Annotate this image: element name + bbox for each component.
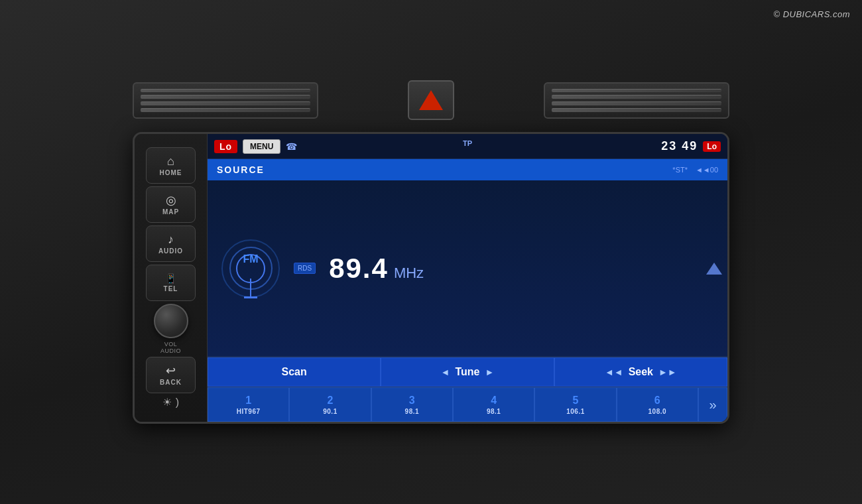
frequency-unit: MHz	[394, 265, 424, 282]
controls-row: Scan ◄ Tune ► ◄◄ Seek ►►	[208, 357, 727, 387]
tp-label: TP	[463, 139, 472, 147]
vent-slat	[141, 101, 310, 105]
vent-slat	[552, 108, 721, 112]
infotainment-screen: Lo MENU TP ☎ 23 49 Lo SOURCE *ST* ◄◄00	[208, 134, 727, 422]
tune-left-icon: ◄	[441, 367, 450, 377]
rds-badge: RDS	[294, 263, 316, 274]
audio-button[interactable]: ♪ AUDIO	[146, 225, 196, 262]
home-label: HOME	[160, 169, 182, 176]
presets-next-button[interactable]: »	[698, 387, 727, 422]
tel-label: TEL	[164, 285, 178, 292]
preset-6-label: 108.0	[648, 408, 667, 415]
preset-5-button[interactable]: 5 106.1	[534, 387, 616, 422]
preset-1-button[interactable]: 1 HIT967	[208, 387, 289, 422]
preset-4-button[interactable]: 4 98.1	[453, 387, 534, 422]
preset-6-number: 6	[654, 395, 660, 407]
home-button[interactable]: ⌂ HOME	[146, 147, 196, 184]
preset-4-label: 98.1	[487, 408, 501, 415]
map-button[interactable]: ◎ MAP	[146, 186, 196, 223]
audio-icon: ♪	[168, 233, 174, 245]
right-vent	[544, 82, 729, 119]
status-right: 23 49 Lo	[661, 139, 721, 153]
vent-slat	[141, 95, 310, 99]
watermark: © DUBICARS.com	[773, 9, 850, 19]
hazard-button[interactable]	[408, 80, 454, 120]
tel-button[interactable]: 📱 TEL	[146, 265, 196, 301]
audio-label: AUDIO	[158, 247, 183, 255]
vol-label: VOL AUDIO	[160, 341, 181, 354]
fm-display-area: FM RDS 89.4 MHz	[208, 180, 727, 357]
fm-antenna-line	[250, 279, 251, 298]
seek-right-icon: ►►	[658, 367, 677, 377]
preset-3-button[interactable]: 3 98.1	[371, 387, 453, 422]
back-button[interactable]: ↩ BACK	[146, 357, 196, 393]
back-icon: ↩	[166, 365, 176, 377]
seek-label: Seek	[629, 366, 653, 378]
preset-2-button[interactable]: 2 90.1	[289, 387, 371, 422]
night-icon: )	[176, 397, 179, 409]
vent-slat	[552, 101, 721, 105]
lo-badge-right: Lo	[703, 141, 721, 152]
map-label: MAP	[162, 208, 179, 216]
menu-button[interactable]: MENU	[243, 139, 280, 154]
up-arrow-icon	[706, 263, 722, 275]
preset-6-button[interactable]: 6 108.0	[617, 387, 698, 422]
preset-5-label: 106.1	[566, 408, 585, 415]
tel-icon: 📱	[165, 274, 176, 283]
tune-button[interactable]: ◄ Tune ►	[381, 357, 554, 387]
presets-row: 1 HIT967 2 90.1 3 98.1 4 98.1 5 106.1	[208, 387, 727, 422]
scan-button[interactable]: Scan	[208, 357, 381, 387]
hazard-triangle-icon	[419, 90, 443, 110]
preset-4-number: 4	[491, 395, 497, 407]
brightness-icon: ☀	[162, 396, 172, 409]
source-bar: SOURCE *ST* ◄◄00	[208, 159, 727, 180]
preset-3-label: 98.1	[405, 408, 419, 415]
back-label: BACK	[160, 379, 182, 386]
preset-1-number: 1	[245, 395, 251, 407]
seek-button[interactable]: ◄◄ Seek ►►	[554, 357, 727, 387]
side-button-panel: ⌂ HOME ◎ MAP ♪ AUDIO 📱 TEL VOL AUDIO ↩	[135, 134, 208, 422]
preset-2-label: 90.1	[323, 408, 337, 415]
left-vent	[133, 82, 318, 119]
fm-label: FM	[243, 253, 258, 265]
preset-2-number: 2	[328, 395, 334, 407]
vol-indicator: ◄◄00	[696, 166, 718, 174]
lo-badge-left: Lo	[214, 140, 237, 153]
preset-3-number: 3	[409, 395, 415, 407]
preset-1-label: HIT967	[237, 408, 261, 415]
frequency-number: 89.4	[329, 253, 389, 284]
seek-left-icon: ◄◄	[605, 367, 623, 377]
vent-slat	[552, 89, 721, 93]
next-chevron-icon: »	[709, 397, 716, 412]
volume-knob[interactable]	[154, 304, 188, 338]
preset-5-number: 5	[573, 395, 579, 407]
tune-label: Tune	[455, 366, 479, 378]
tune-right-icon: ►	[485, 367, 495, 377]
phone-icon: ☎	[286, 141, 297, 152]
dashboard: © DUBICARS.com ⌂ HOME ◎	[0, 0, 862, 504]
time-display: 23 49	[661, 139, 698, 153]
vent-slat	[141, 108, 310, 112]
status-bar: Lo MENU TP ☎ 23 49 Lo	[208, 134, 727, 159]
fm-antenna-icon: FM	[221, 239, 280, 298]
st-indicator: *ST*	[672, 166, 688, 174]
source-label: SOURCE	[217, 164, 265, 175]
brightness-button[interactable]: ☀ )	[162, 396, 179, 409]
vent-slat	[552, 95, 721, 99]
volume-area: VOL AUDIO	[154, 304, 188, 354]
map-icon: ◎	[166, 194, 176, 206]
fm-antenna-base	[244, 296, 257, 298]
scroll-up-arrow[interactable]	[706, 263, 722, 275]
vent-slat	[141, 89, 310, 93]
infotainment-unit: ⌂ HOME ◎ MAP ♪ AUDIO 📱 TEL VOL AUDIO ↩	[133, 132, 729, 424]
frequency-display: 89.4 MHz	[329, 253, 424, 284]
home-icon: ⌂	[167, 155, 174, 167]
vents-area	[133, 80, 729, 120]
